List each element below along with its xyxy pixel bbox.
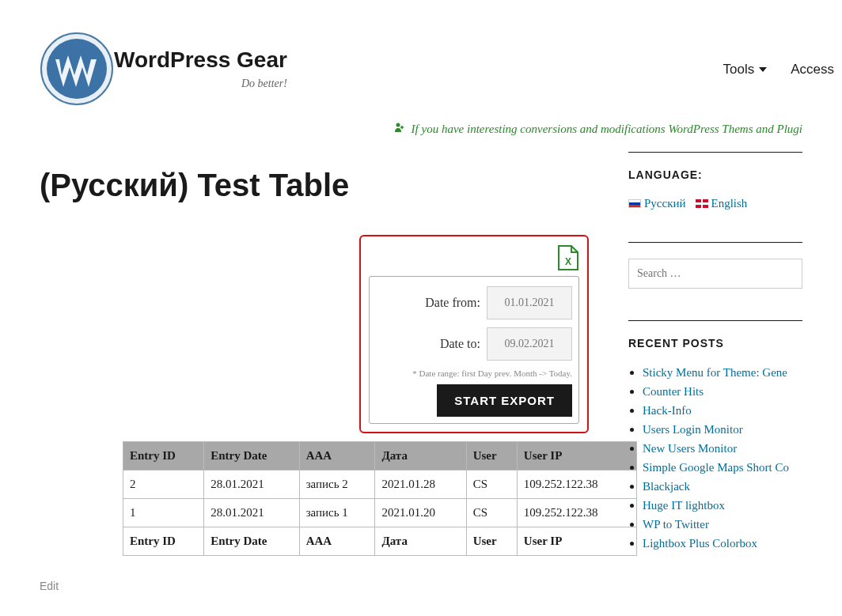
divider <box>628 320 802 321</box>
language-title: LANGUAGE: <box>628 168 802 181</box>
user-plus-icon <box>394 122 405 136</box>
search-input[interactable] <box>628 259 802 289</box>
th-entry-date: Entry Date <box>204 442 299 471</box>
lang-english[interactable]: English <box>696 197 748 210</box>
table-header-row: Entry ID Entry Date AAA Дата User User I… <box>123 442 637 471</box>
chevron-down-icon <box>759 67 767 72</box>
date-to-input[interactable] <box>487 327 572 361</box>
banner-message: If you have interesting conversions and … <box>0 122 842 152</box>
recent-post-link[interactable]: Hack-Info <box>643 404 692 417</box>
nav-access[interactable]: Access <box>791 62 834 77</box>
divider <box>628 242 802 243</box>
nav-tools-label: Tools <box>723 62 755 77</box>
recent-post-link[interactable]: Simple Google Maps Short Co <box>643 461 789 474</box>
table-row: 1 28.01.2021 запись 1 2021.01.20 CS 109.… <box>123 499 637 527</box>
table-footer-row: Entry ID Entry Date AAA Дата User User I… <box>123 527 637 556</box>
table-row: 2 28.01.2021 запись 2 2021.01.28 CS 109.… <box>123 471 637 499</box>
recent-post-link[interactable]: Blackjack <box>643 480 690 493</box>
page-title: (Русский) Test Table <box>40 168 589 203</box>
russian-flag-icon <box>628 199 641 208</box>
date-from-label: Date from: <box>425 296 480 310</box>
recent-post-link[interactable]: Huge IT lightbox <box>643 499 725 512</box>
recent-post-link[interactable]: Lightbox Plus Colorbox <box>643 537 757 550</box>
recent-post-link[interactable]: WP to Twitter <box>643 518 709 531</box>
export-panel: X Date from: Date to: * Date range: firs… <box>359 235 589 433</box>
tagline: Do better! <box>114 77 287 90</box>
recent-post-link[interactable]: Sticky Menu for Theme: Gene <box>643 366 787 379</box>
divider <box>628 152 802 153</box>
recent-post-link[interactable]: Counter Hits <box>643 385 704 398</box>
recent-post-link[interactable]: New Users Monitor <box>643 442 737 455</box>
th-aaa: AAA <box>299 442 375 471</box>
th-entry-id: Entry ID <box>123 442 204 471</box>
recent-posts-title: RECENT POSTS <box>628 337 802 350</box>
data-table: Entry ID Entry Date AAA Дата User User I… <box>123 441 637 556</box>
date-range-note: * Date range: first Day prev. Month -> T… <box>376 368 572 378</box>
th-user-ip: User IP <box>517 442 636 471</box>
site-title[interactable]: WordPress Gear <box>114 47 287 73</box>
start-export-button[interactable]: START EXPORT <box>437 384 572 417</box>
wordpress-logo-icon[interactable] <box>40 32 114 106</box>
lang-russian[interactable]: Русский <box>628 197 686 210</box>
banner-text: If you have interesting conversions and … <box>412 123 802 135</box>
excel-export-icon[interactable]: X <box>557 244 579 271</box>
english-flag-icon <box>696 199 708 208</box>
th-user: User <box>466 442 517 471</box>
svg-point-2 <box>396 123 400 127</box>
recent-post-link[interactable]: Users Login Monitor <box>643 423 743 436</box>
svg-text:X: X <box>565 256 571 267</box>
nav-tools[interactable]: Tools <box>723 62 768 77</box>
edit-link[interactable]: Edit <box>40 580 59 592</box>
date-to-label: Date to: <box>440 337 480 351</box>
nav-access-label: Access <box>791 62 834 77</box>
th-data: Дата <box>375 442 466 471</box>
date-from-input[interactable] <box>487 286 572 319</box>
